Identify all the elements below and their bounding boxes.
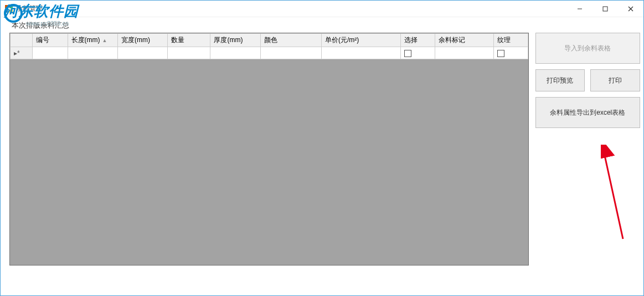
print-preview-button[interactable]: 打印预览 xyxy=(535,69,585,91)
col-width[interactable]: 宽度(mm) xyxy=(117,34,167,47)
cell-color[interactable] xyxy=(260,47,321,59)
col-qty[interactable]: 数量 xyxy=(168,34,210,47)
col-select[interactable]: 选择 xyxy=(401,34,435,47)
svg-rect-1 xyxy=(9,5,13,8)
cell-texture[interactable] xyxy=(493,47,528,59)
minimize-button[interactable] xyxy=(567,1,593,17)
svg-rect-5 xyxy=(603,7,607,11)
side-buttons: 导入到余料表格 打印预览 打印 余料属性导出到excel表格 xyxy=(535,33,641,128)
col-id[interactable]: 编号 xyxy=(32,34,68,47)
checkbox-icon[interactable] xyxy=(404,50,411,57)
datagrid[interactable]: 编号 长度(mm)▲ 宽度(mm) 数量 厚度(mm) 颜色 单价(元/m²) … xyxy=(10,33,528,59)
cell-id-input[interactable] xyxy=(36,49,64,57)
svg-rect-0 xyxy=(5,5,8,8)
col-length[interactable]: 长度(mm)▲ xyxy=(68,34,117,47)
window-title: 余料管理 xyxy=(16,4,43,13)
print-button[interactable]: 打印 xyxy=(590,69,640,91)
cell-width[interactable] xyxy=(117,47,167,59)
col-texture[interactable]: 纹理 xyxy=(493,34,528,47)
export-excel-button[interactable]: 余料属性导出到excel表格 xyxy=(535,97,641,128)
row-header-corner[interactable] xyxy=(11,34,33,47)
col-color[interactable]: 颜色 xyxy=(260,34,321,47)
close-button[interactable] xyxy=(618,1,643,17)
col-unitprice[interactable]: 单价(元/m²) xyxy=(321,34,400,47)
svg-rect-2 xyxy=(5,9,8,13)
col-remmark[interactable]: 余料标记 xyxy=(435,34,493,47)
svg-rect-3 xyxy=(9,9,13,13)
sort-asc-icon: ▲ xyxy=(102,38,107,43)
cell-id[interactable] xyxy=(32,47,68,59)
checkbox-icon[interactable] xyxy=(497,50,504,57)
client-area: 本次排版余料汇总 编号 长度(mm)▲ 宽度(mm) 数量 xyxy=(1,17,643,266)
datagrid-panel: 编号 长度(mm)▲ 宽度(mm) 数量 厚度(mm) 颜色 单价(元/m²) … xyxy=(9,33,529,266)
cell-unitprice[interactable] xyxy=(321,47,400,59)
col-thickness[interactable]: 厚度(mm) xyxy=(210,34,260,47)
cell-thickness[interactable] xyxy=(210,47,260,59)
table-row[interactable]: ▸* xyxy=(11,47,528,59)
cell-qty[interactable] xyxy=(168,47,210,59)
cell-length[interactable] xyxy=(68,47,117,59)
cell-select[interactable] xyxy=(401,47,435,59)
app-window: 余料管理 河东软件园 www.pc0359.cn 本次排版余料汇总 xyxy=(0,0,644,296)
section-title: 本次排版余料汇总 xyxy=(4,17,640,33)
window-controls xyxy=(567,1,643,17)
import-button[interactable]: 导入到余料表格 xyxy=(535,33,641,64)
new-row-marker: ▸* xyxy=(11,47,33,59)
cell-remmark[interactable] xyxy=(435,47,493,59)
titlebar: 余料管理 xyxy=(1,1,643,17)
maximize-button[interactable] xyxy=(593,1,618,17)
app-icon xyxy=(5,5,13,13)
